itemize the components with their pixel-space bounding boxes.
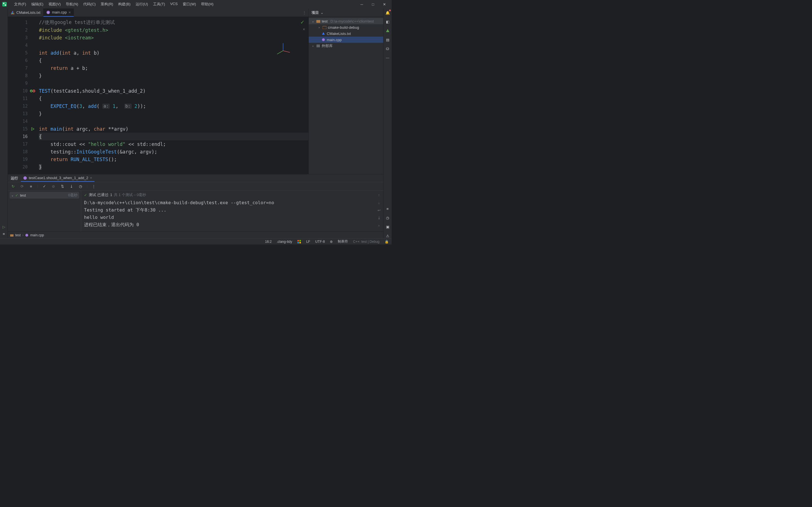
folder-icon [322,25,327,29]
structure-icon[interactable]: ▤ [385,37,390,42]
scroll-end-icon[interactable]: ⤓ [377,216,380,220]
cmake-icon [11,11,15,15]
editor-area: CMakeLists.txt c main.cpp × ⋮ ✓ [8,8,383,174]
tree-cmake-debug[interactable]: › cmake-build-debug [309,24,383,31]
run-toolbar: ↻ ⟳ ■ | ✓ ⊘ ⇅ ⤓ ◷ | ⋮ [8,182,383,191]
left-tool-strip: ▷ ≡ [0,8,8,238]
show-passed-icon[interactable]: ✓ [42,184,47,189]
close-button[interactable]: ✕ [382,2,387,6]
cpp-icon [23,176,27,180]
soft-wrap-icon[interactable]: ↩ [377,208,380,212]
menu-tools[interactable]: 工具(T) [151,1,167,8]
svg-point-23 [26,234,28,237]
stop-icon[interactable]: ■ [28,184,34,189]
svg-marker-13 [32,128,34,130]
breadcrumb-root[interactable]: test [15,233,20,237]
chevron-down-icon: ⌄ [11,194,13,197]
code-editor[interactable]: ✓ × 123 456 789 10 111213 14 15 161718 [8,17,308,174]
windows-icon[interactable] [297,240,301,244]
cmake-tool-icon[interactable] [385,28,390,33]
tab-cmakelists-label: CMakeLists.txt [16,10,40,15]
app-logo [2,2,7,6]
close-icon[interactable]: × [90,176,92,180]
ai-assistant-icon[interactable]: ◧ [385,19,390,24]
scroll-down-icon[interactable]: ↓ [378,201,380,205]
build-config[interactable]: C++: test | Debug [353,240,379,244]
more-icon[interactable]: ⋯ [385,55,390,60]
notifications-icon[interactable]: 🔔 [385,10,390,15]
import-icon[interactable]: ⤓ [68,184,74,189]
menu-vcs[interactable]: VCS [168,1,180,8]
tree-root-name: test [322,19,327,23]
console-line: Testing started at 下午8:30 ... [84,207,372,214]
menu-file[interactable]: 文件(F) [12,1,29,8]
breadcrumb-file[interactable]: main.cpp [30,233,44,237]
rerun-icon[interactable]: ↻ [10,184,16,189]
show-ignored-icon[interactable]: ⊘ [50,184,56,189]
test-gutter-icon[interactable] [29,89,36,93]
maximize-button[interactable]: □ [371,2,375,6]
structure-tool-icon[interactable]: ≡ [3,232,5,236]
project-title: 项目 [312,10,319,15]
menu-help[interactable]: 帮助(H) [199,1,216,8]
test-summary-text: 测试 已通过: 1 [89,192,112,198]
main-body: ▷ ≡ CMakeLists.txt c [0,8,392,238]
svg-rect-20 [319,45,320,47]
indent[interactable]: 制表符 [338,239,348,244]
run-config-tab[interactable]: testCase1.should_3_when_1_add_2 × [21,175,94,182]
project-tree: ⌄ test D:\a-mycode\c++\clion\test › [309,17,383,50]
code-body[interactable]: //使用google test进行单元测试 #include <gtest/gt… [39,17,308,174]
tree-cmakelists[interactable]: CMakeLists.txt [309,31,383,37]
window-controls: ─ □ ✕ [359,2,389,6]
menu-refactor[interactable]: 重构(R) [98,1,115,8]
sort-icon[interactable]: ⇅ [59,184,65,189]
encoding[interactable]: UTF-8 [315,240,325,244]
tree-main-cpp[interactable]: main.cpp [309,37,383,43]
more-icon[interactable]: ⋮ [91,184,97,189]
minimize-button[interactable]: ─ [359,2,364,6]
scroll-up-icon[interactable]: ↑ [378,193,380,197]
menu-edit[interactable]: 编辑(E) [29,1,46,8]
console[interactable]: D:\a-mycode\c++\clion\test\cmake-build-d… [84,199,372,228]
terminal-icon[interactable]: ▣ [385,224,390,229]
gutter: 123 456 789 10 111213 14 15 161718 1920 [8,17,39,174]
tab-main-cpp[interactable]: c main.cpp × [43,8,74,17]
tabs-more-icon[interactable]: ⋮ [300,8,308,17]
svg-rect-2 [5,4,6,6]
run-tool-icon[interactable]: ▷ [3,225,5,229]
test-summary: ✓ 测试 已通过: 1 共 1 个测试 – 0毫秒 [84,192,372,198]
folder-icon [316,19,320,23]
line-separator[interactable]: LF [306,240,310,244]
test-duration: 0毫秒 [68,193,78,198]
tree-root[interactable]: ⌄ test D:\a-mycode\c++\clion\test [309,18,383,24]
svg-rect-25 [297,240,299,241]
database-icon[interactable]: ⛁ [385,46,390,51]
menu-view[interactable]: 视图(V) [46,1,63,8]
run-gutter-icon[interactable] [29,127,36,131]
tab-cmakelists[interactable]: CMakeLists.txt [8,8,43,17]
tab-close-icon[interactable]: × [68,10,71,15]
rerun-failed-icon[interactable]: ⟳ [19,184,25,189]
chevron-right-icon[interactable]: › [378,223,379,228]
clock-icon[interactable]: ◷ [385,215,390,220]
svg-text:c: c [48,11,49,14]
menu-nav[interactable]: 导航(N) [63,1,80,8]
svg-rect-15 [322,26,326,29]
menu-run[interactable]: 运行(U) [133,1,150,8]
project-header[interactable]: 项目 ⌄ [309,8,383,17]
test-summary-detail: 共 1 个测试 – 0毫秒 [114,192,146,198]
copilot-icon[interactable]: ⊚ [330,240,333,244]
menu-build[interactable]: 构建(B) [116,1,133,8]
svg-rect-26 [299,240,301,241]
tree-external[interactable]: › 外部库 [309,43,383,49]
history-icon[interactable]: ◷ [78,184,83,189]
test-row[interactable]: ⌄ ✓ test 0毫秒 [10,192,79,199]
problems-icon[interactable]: ⚠ [385,233,390,238]
cursor-position[interactable]: 16:2 [265,240,271,244]
menu-code[interactable]: 代码(C) [81,1,98,8]
clang-tidy-status[interactable]: .clang-tidy [276,240,292,244]
list-icon[interactable]: ≡ [385,206,390,211]
lock-icon[interactable]: 🔒 [385,240,389,244]
console-line: D:\a-mycode\c++\clion\test\cmake-build-d… [84,199,372,207]
menu-window[interactable]: 窗口(W) [181,1,198,8]
